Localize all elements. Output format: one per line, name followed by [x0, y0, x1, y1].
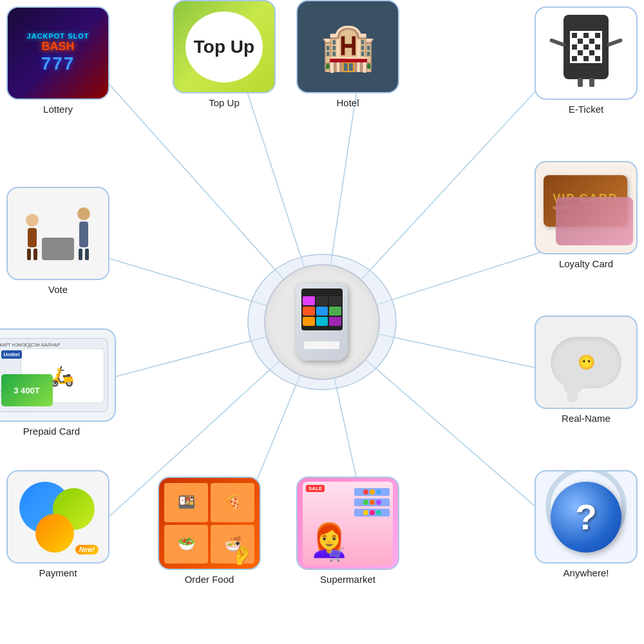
realname-item[interactable]: 😶 Real-Name: [535, 316, 638, 424]
payment-item[interactable]: New! Payment: [6, 470, 109, 578]
loyalty-label: Loyalty Card: [559, 258, 613, 269]
prepaid-label: Prepaid Card: [23, 426, 80, 437]
orderfood-image: 🍱 🍕 🥗 🍜 🤌: [158, 477, 261, 570]
hotel-icon: 🏨: [320, 21, 376, 73]
lottery-label: Lottery: [43, 104, 73, 115]
topup-text: Top Up: [194, 37, 254, 57]
orderfood-label: Order Food: [185, 574, 234, 585]
payment-image: New!: [6, 470, 109, 564]
topup-label: Top Up: [209, 97, 240, 108]
vote-label: Vote: [48, 284, 68, 295]
eticket-image: [535, 6, 638, 100]
loyalty-image: VIP CARD No.01905: [535, 161, 638, 254]
pos-device-illustration: [287, 280, 357, 364]
main-diagram: JACKPOT SLOT BASH 777 Lottery Top Up Top…: [0, 0, 644, 644]
anywhere-image: ?: [535, 470, 638, 564]
topup-image: Top Up: [173, 0, 276, 93]
supermarket-item[interactable]: SALE 👩‍🦰: [296, 477, 399, 585]
hotel-image: 🏨: [296, 0, 399, 93]
prepaid-item[interactable]: КАРТ НЭМЭГДСЭН БАЛНАР 🛵 Unittel 4 900Тог…: [0, 328, 116, 437]
anywhere-label: Anywhere!: [564, 567, 609, 578]
realname-label: Real-Name: [562, 413, 611, 424]
center-pos-terminal: [264, 264, 380, 380]
topup-item[interactable]: Top Up Top Up: [173, 0, 276, 108]
vote-item[interactable]: Vote: [6, 187, 109, 295]
prepaid-image: КАРТ НЭМЭГДСЭН БАЛНАР 🛵 Unittel 4 900Тог…: [0, 328, 116, 422]
supermarket-label: Supermarket: [320, 574, 375, 585]
eticket-label: E-Ticket: [569, 104, 603, 115]
eticket-item[interactable]: E-Ticket: [535, 6, 638, 115]
loyalty-item[interactable]: VIP CARD No.01905 Loyalty Card: [535, 161, 638, 269]
supermarket-image: SALE 👩‍🦰: [296, 477, 399, 570]
payment-label: Payment: [39, 567, 77, 578]
orderfood-item[interactable]: 🍱 🍕 🥗 🍜 🤌 Order Food: [158, 477, 261, 585]
hotel-label: Hotel: [336, 97, 359, 108]
anywhere-item[interactable]: ? Anywhere!: [535, 470, 638, 578]
hotel-item[interactable]: 🏨 Hotel: [296, 0, 399, 108]
lottery-item[interactable]: JACKPOT SLOT BASH 777 Lottery: [6, 6, 109, 115]
realname-image: 😶: [535, 316, 638, 409]
lottery-image: JACKPOT SLOT BASH 777: [6, 6, 109, 100]
vote-image: [6, 187, 109, 280]
